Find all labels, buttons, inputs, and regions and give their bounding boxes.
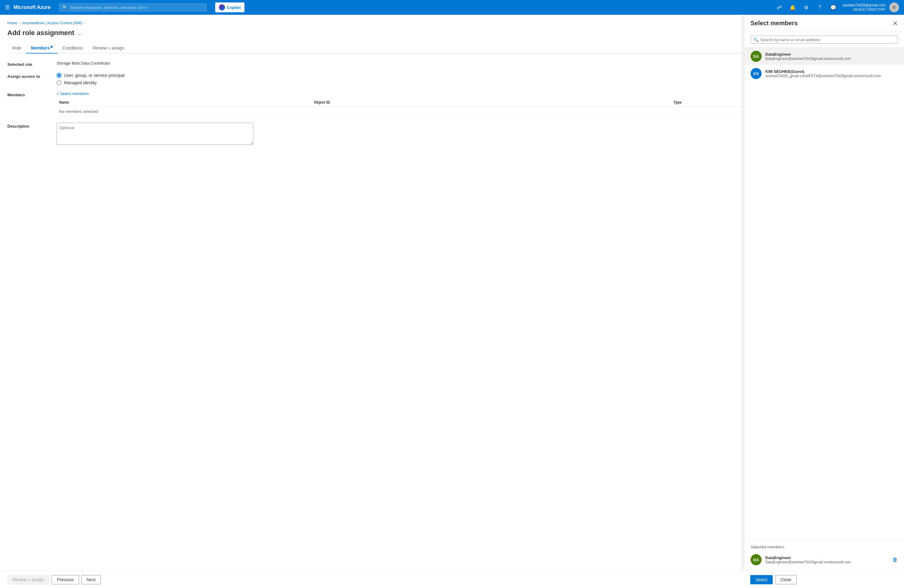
description-label: Description [7,123,57,128]
portal-icon[interactable]: ☍ [774,2,785,13]
result-email-ks: seohee70428_gmail.com#EXT#@seohee70428gm… [765,74,881,78]
panel-search-input[interactable] [760,38,895,42]
panel-header: Select members ✕ [744,15,904,32]
col-name: Name [57,98,311,107]
selected-avatar-da: DA [751,554,762,565]
panel-title: Select members [751,20,798,27]
radio-label-managed: Managed identity [64,80,97,85]
breadcrumb-home[interactable]: Home [7,21,17,25]
page-title: Add role assignment [7,29,74,37]
previous-button[interactable]: Previous [52,575,79,584]
panel-select-button[interactable]: Select [750,575,773,584]
feedback-icon[interactable]: 💬 [828,2,839,13]
panel-results-list: DA DataEngineer DataEngineer@seohee70428… [744,47,904,541]
user-info: seohee70428@gmail.com DEFAULT DIRECTORY [842,3,885,12]
user-email: seohee70428@gmail.com [842,3,885,8]
assign-access-label: Assign access to [7,73,57,79]
result-item-ks[interactable]: KS KIM SEOHEE(Guest) seohee70428_gmail.c… [744,65,904,82]
brand-logo: Microsoft Azure [14,5,51,10]
selected-members-section: Selected members: DA DataEngineer DataEn… [744,541,904,571]
breadcrumb-resource[interactable]: mounteddrive | Access Control (IAM) [22,21,82,25]
breadcrumb-sep2: › [84,22,85,25]
breadcrumb-sep1: › [19,22,20,25]
result-info-da: DataEngineer DataEngineer@seohee70428gma… [765,52,851,61]
hamburger-menu[interactable]: ☰ [5,4,10,11]
radio-circle-managed [57,80,62,85]
panel-bottom-bar: Select Close [744,571,904,588]
copilot-button[interactable]: Copilot [215,2,245,12]
nav-icon-group: ☍ 🔔 ⚙ ? 💬 [774,2,839,13]
panel-search-area: 🔍 [744,32,904,47]
result-name-ks: KIM SEOHEE(Guest) [765,69,881,74]
top-navigation: ☰ Microsoft Azure 🔍 Copilot ☍ 🔔 ⚙ ? 💬 se… [0,0,904,15]
selected-name-da: DataEngineer [765,555,889,560]
search-input[interactable] [70,5,203,10]
search-icon: 🔍 [62,5,68,10]
result-item-da[interactable]: DA DataEngineer DataEngineer@seohee70428… [744,47,904,65]
tab-members[interactable]: Members [26,43,57,54]
selected-role-label: Selected role [7,61,57,67]
panel-close-button[interactable]: ✕ [893,20,898,27]
review-assign-button[interactable]: Review + assign [7,575,49,584]
tab-review-assign[interactable]: Review + assign [88,43,129,54]
panel-search-row[interactable]: 🔍 [751,36,898,44]
result-name-da: DataEngineer [765,52,851,57]
selected-email-da: DataEngineer@seohee70428gmail.onmicrosof… [765,560,889,564]
global-search[interactable]: 🔍 [59,3,207,11]
result-info-ks: KIM SEOHEE(Guest) seohee70428_gmail.com#… [765,69,881,78]
remove-selected-da[interactable]: 🗑 [892,556,898,563]
result-avatar-ks: KS [751,68,762,79]
panel-close-btn[interactable]: Close [775,575,797,584]
notifications-icon[interactable]: 🔔 [787,2,798,13]
members-dot [51,46,52,47]
next-button[interactable]: Next [82,575,101,584]
result-email-da: DataEngineer@seohee70428gmail.onmicrosof… [765,57,851,61]
more-options-button[interactable]: ... [77,30,82,36]
copilot-icon [219,4,225,11]
selected-member-item: DA DataEngineer DataEngineer@seohee70428… [751,552,898,567]
col-object-id: Object ID [311,98,671,107]
select-members-panel: Select members ✕ 🔍 DA DataEngineer DataE… [744,15,904,571]
help-icon[interactable]: ? [814,2,825,13]
tab-role[interactable]: Role [7,43,26,54]
selected-info-da: DataEngineer DataEngineer@seohee70428gma… [765,555,889,564]
members-label: Members [7,91,57,97]
avatar[interactable]: S [889,2,899,12]
user-directory: DEFAULT DIRECTORY [842,8,885,12]
selected-role-value: Storage Blob Data Contributor [57,61,110,65]
radio-circle-user [57,73,62,78]
result-avatar-da: DA [751,51,762,62]
selected-section-title: Selected members: [751,545,898,549]
radio-label-user: User, group, or service principal [64,73,125,78]
tab-conditions[interactable]: Conditions [57,43,88,54]
description-textarea[interactable] [57,123,253,145]
page-wrapper: Home › mounteddrive | Access Control (IA… [0,15,904,588]
settings-icon[interactable]: ⚙ [801,2,812,13]
panel-search-icon: 🔍 [753,37,759,42]
